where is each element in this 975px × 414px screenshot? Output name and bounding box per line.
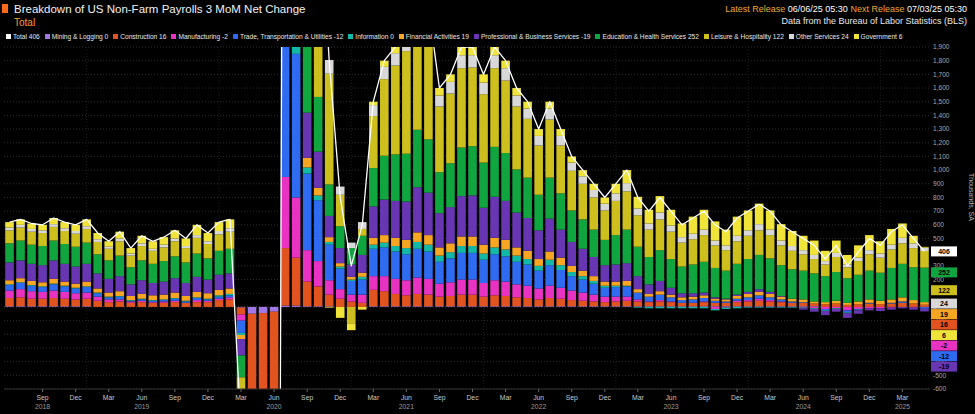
bar-segment bbox=[193, 238, 202, 254]
x-tick-label: Mar bbox=[367, 394, 379, 401]
legend-swatch-icon bbox=[45, 34, 50, 39]
bars-group bbox=[5, 43, 929, 413]
bar-segment bbox=[347, 301, 356, 306]
legend-item[interactable]: Trade, Transportation & Utilities -12 bbox=[233, 33, 343, 40]
bar-segment bbox=[623, 191, 632, 229]
bar-segment bbox=[634, 306, 643, 307]
x-tick-label: Sep bbox=[698, 394, 710, 402]
bar-segment bbox=[71, 299, 80, 306]
bar-segment bbox=[810, 304, 819, 307]
bar-segment bbox=[876, 304, 885, 307]
legend-item[interactable]: Total 406 bbox=[6, 33, 40, 40]
y-axis-label: 700 bbox=[933, 207, 944, 214]
legend-item[interactable]: Government 6 bbox=[854, 33, 903, 40]
bar-segment bbox=[490, 295, 499, 306]
bar-segment bbox=[843, 267, 852, 278]
bar-segment bbox=[424, 306, 433, 307]
bar-segment bbox=[623, 230, 632, 264]
bar-segment bbox=[71, 293, 80, 299]
bar-segment bbox=[634, 307, 643, 308]
bar-segment bbox=[567, 306, 576, 307]
bar-segment bbox=[182, 262, 191, 283]
legend-item[interactable]: Leisure & Hospitality 122 bbox=[704, 33, 784, 40]
bar-segment bbox=[171, 256, 180, 278]
bar-segment bbox=[115, 291, 124, 296]
bar-segment bbox=[281, 306, 290, 307]
bar-segment bbox=[920, 302, 929, 305]
bar-segment bbox=[589, 197, 598, 229]
bar-segment bbox=[380, 243, 389, 248]
legend-label: Trade, Transportation & Utilities -12 bbox=[240, 33, 343, 40]
bar-segment bbox=[678, 293, 687, 297]
bar-segment bbox=[578, 280, 587, 293]
bar-segment bbox=[149, 249, 158, 251]
bar-segment bbox=[612, 184, 621, 194]
bar-segment bbox=[898, 264, 907, 298]
bar-segment bbox=[744, 297, 753, 300]
bar-segment bbox=[204, 233, 213, 241]
bar-segment bbox=[832, 309, 841, 312]
bar-segment bbox=[898, 307, 907, 308]
bar-segment bbox=[711, 306, 720, 307]
bar-segment bbox=[601, 240, 610, 265]
bar-segment bbox=[788, 246, 797, 251]
bar-segment bbox=[601, 210, 610, 239]
bar-segment bbox=[93, 254, 102, 273]
bar-segment bbox=[722, 306, 731, 307]
bar-segment bbox=[589, 257, 598, 276]
chart-canvas[interactable]: -600-500-400-300-200-1000100200300400500… bbox=[0, 43, 975, 413]
bar-segment bbox=[60, 264, 69, 282]
legend-item[interactable]: Mining & Logging 0 bbox=[45, 33, 108, 40]
bar-segment bbox=[810, 301, 819, 303]
bar-segment bbox=[126, 248, 135, 253]
bar-segment bbox=[457, 236, 466, 246]
release-info: Latest Release 06/06/25 05:30 Next Relea… bbox=[725, 3, 967, 15]
bar-segment bbox=[182, 303, 191, 307]
bar-segment bbox=[325, 307, 334, 308]
bar-segment bbox=[854, 310, 863, 313]
bar-segment bbox=[887, 245, 896, 250]
bar-segment bbox=[446, 306, 455, 307]
bar-segment bbox=[49, 291, 58, 299]
bar-segment bbox=[567, 276, 576, 290]
bar-segment bbox=[435, 172, 444, 213]
bar-segment bbox=[27, 285, 36, 286]
x-tick-label: Sep bbox=[433, 394, 445, 402]
legend-label: Financial Activities 19 bbox=[406, 33, 469, 40]
bar-segment bbox=[38, 299, 47, 307]
bar-segment bbox=[93, 293, 102, 294]
bar-segment bbox=[722, 301, 731, 302]
bar-segment bbox=[689, 265, 698, 294]
axis-value-badge-label: -2 bbox=[941, 342, 947, 349]
bar-segment bbox=[612, 201, 621, 235]
legend-item[interactable]: Education & Health Services 252 bbox=[595, 33, 698, 40]
bar-segment bbox=[645, 230, 654, 257]
legend-label: Manufacturing -2 bbox=[178, 33, 227, 40]
bar-segment bbox=[656, 281, 665, 291]
bar-segment bbox=[832, 253, 841, 257]
bar-segment bbox=[303, 306, 312, 307]
legend-swatch-icon bbox=[113, 34, 118, 39]
bar-segment bbox=[468, 280, 477, 295]
bar-segment bbox=[402, 295, 411, 306]
bar-segment bbox=[678, 243, 687, 267]
bar-segment bbox=[799, 308, 808, 309]
legend-item[interactable]: Information 0 bbox=[348, 33, 393, 40]
bar-segment bbox=[623, 286, 632, 296]
legend-item[interactable]: Manufacturing -2 bbox=[171, 33, 227, 40]
bar-segment bbox=[149, 300, 158, 301]
bar-segment bbox=[755, 301, 764, 306]
bar-segment bbox=[38, 287, 47, 292]
legend-item[interactable]: Financial Activities 19 bbox=[399, 33, 469, 40]
legend-item[interactable]: Construction 16 bbox=[113, 33, 166, 40]
bar-segment bbox=[689, 239, 698, 264]
bar-segment bbox=[402, 254, 411, 280]
bar-segment bbox=[5, 298, 14, 306]
bar-segment bbox=[93, 242, 102, 254]
legend-item[interactable]: Professional & Business Services -19 bbox=[474, 33, 591, 40]
bar-segment bbox=[821, 304, 830, 307]
bar-segment bbox=[369, 290, 378, 306]
legend-item[interactable]: Other Services 24 bbox=[789, 33, 849, 40]
bar-segment bbox=[446, 252, 455, 258]
bar-segment bbox=[457, 196, 466, 236]
